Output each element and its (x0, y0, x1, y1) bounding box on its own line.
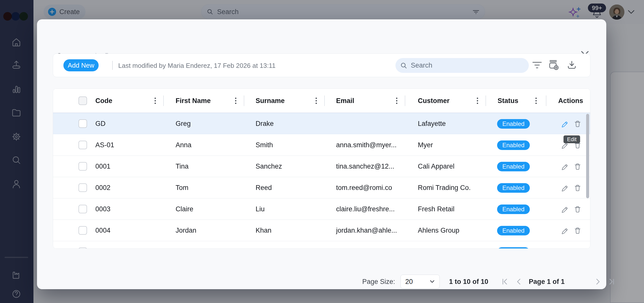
delete-button[interactable] (573, 184, 582, 192)
cell-code: GD (95, 113, 106, 134)
edit-button[interactable] (560, 226, 569, 235)
row-checkbox[interactable] (78, 205, 87, 213)
table-search[interactable] (395, 58, 529, 73)
column-menu-icon[interactable] (234, 97, 237, 105)
column-menu-icon[interactable] (476, 97, 479, 105)
first-page-button[interactable] (501, 278, 509, 285)
status-badge: Enabled (497, 247, 530, 249)
page-indicator: Page 1 of 1 (529, 275, 565, 289)
header-checkbox[interactable] (78, 96, 87, 105)
search-icon (400, 62, 407, 69)
edit-button[interactable] (560, 205, 569, 214)
cell-customer: Robast Apparel (418, 241, 464, 249)
table-row[interactable]: 0003 Claire Liu claire.liu@freshre... Fr… (53, 198, 590, 220)
cell-first-name: Greg (176, 113, 191, 134)
status-badge: Enabled (497, 183, 530, 193)
cell-email: claire.liu@freshre... (336, 198, 395, 220)
status-badge: Enabled (497, 162, 530, 171)
column-surname: Surname (256, 89, 285, 113)
cell-surname: Drake (256, 113, 274, 134)
previous-page-button[interactable] (515, 278, 522, 285)
cell-email: sophie.tran@roba... (336, 241, 396, 249)
download-icon[interactable] (565, 59, 578, 72)
toolbar-divider (112, 61, 113, 70)
delete-button[interactable] (573, 248, 582, 249)
cell-first-name: Claire (176, 198, 193, 220)
row-checkbox[interactable] (78, 226, 87, 235)
next-page-button[interactable] (594, 278, 602, 285)
cell-first-name: Tom (176, 177, 188, 198)
column-divider (324, 95, 325, 106)
add-new-button[interactable]: Add New (63, 59, 99, 71)
cell-email: tina.sanchez@12... (336, 156, 394, 177)
cell-customer: Fresh Retail (418, 198, 455, 220)
table-row[interactable]: 0001 Tina Sanchez tina.sanchez@12... Cal… (53, 156, 590, 177)
cell-email: anna.smith@myer... (336, 134, 397, 156)
cell-customer: Cali Apparel (418, 156, 455, 177)
column-menu-icon[interactable] (535, 97, 537, 105)
column-actions: Actions (558, 89, 583, 113)
row-checkbox[interactable] (78, 162, 87, 171)
cell-customer: Lafayette (418, 113, 446, 134)
cell-customer: Myer (418, 134, 433, 156)
column-email: Email (336, 89, 354, 113)
cell-customer: Romi Trading Co. (418, 177, 471, 198)
row-checkbox[interactable] (78, 119, 87, 128)
column-status: Status (498, 89, 518, 113)
column-divider (486, 95, 486, 106)
delete-button[interactable] (573, 205, 582, 214)
status-badge: Enabled (497, 226, 530, 235)
table-row[interactable]: 0004 Jordan Khan jordan.khan@ahle... Ahl… (53, 220, 590, 241)
column-customer: Customer (418, 89, 450, 113)
column-divider (405, 95, 405, 106)
table-row[interactable]: 0005 Sophie Tran sophie.tran@roba... Rob… (53, 241, 590, 249)
cell-surname: Tran (256, 241, 269, 249)
column-divider (163, 95, 164, 106)
filter-funnel-icon[interactable] (531, 59, 544, 72)
table-row[interactable]: GD Greg Drake Lafayette Enabled (53, 113, 590, 134)
status-badge: Enabled (497, 119, 530, 129)
cell-first-name: Anna (176, 134, 191, 156)
row-checkbox[interactable] (78, 183, 87, 192)
cell-surname: Sanchez (256, 156, 282, 177)
status-badge: Enabled (497, 205, 530, 214)
table-row[interactable]: AS-01 Anna Smith anna.smith@myer... Myer… (53, 134, 590, 156)
page-size-select[interactable]: 20 (400, 275, 440, 289)
delete-button[interactable] (573, 162, 582, 171)
edit-button[interactable] (560, 120, 569, 128)
cell-code: 0003 (95, 198, 110, 220)
column-divider (546, 95, 546, 106)
edit-button[interactable] (560, 184, 569, 192)
table-row[interactable]: 0002 Tom Reed tom.reed@romi.co Romi Trad… (53, 177, 590, 198)
cell-customer: Ahlens Group (418, 220, 459, 241)
row-range-text: 1 to 10 of 10 (449, 275, 488, 289)
column-menu-icon[interactable] (154, 97, 156, 105)
column-menu-icon[interactable] (315, 97, 317, 105)
column-divider (244, 95, 244, 106)
delete-button[interactable] (573, 120, 582, 128)
column-menu-icon[interactable] (395, 97, 398, 105)
delete-button[interactable] (573, 226, 582, 235)
chevron-down-icon (429, 280, 435, 284)
column-first-name: First Name (176, 89, 211, 113)
cell-code: AS-01 (95, 134, 114, 156)
edit-tooltip: Edit (564, 135, 580, 143)
archive-icon[interactable] (547, 59, 560, 72)
row-checkbox[interactable] (78, 141, 87, 149)
scrollbar-thumb[interactable] (586, 114, 589, 198)
cell-surname: Khan (256, 220, 271, 241)
cell-first-name: Tina (176, 156, 189, 177)
cell-code: 0004 (95, 220, 110, 241)
screen: Create 99+ (0, 0, 644, 303)
cell-first-name: Sophie (176, 241, 197, 249)
status-badge: Enabled (497, 140, 530, 150)
table-search-input[interactable] (410, 61, 524, 70)
column-code: Code (95, 89, 112, 113)
last-page-button[interactable] (608, 278, 615, 285)
cell-code: 0002 (95, 177, 110, 198)
edit-button[interactable] (560, 248, 569, 249)
cell-surname: Reed (256, 177, 272, 198)
row-checkbox[interactable] (78, 247, 87, 249)
table-scrollbar[interactable] (586, 114, 589, 248)
edit-button[interactable] (560, 162, 569, 171)
